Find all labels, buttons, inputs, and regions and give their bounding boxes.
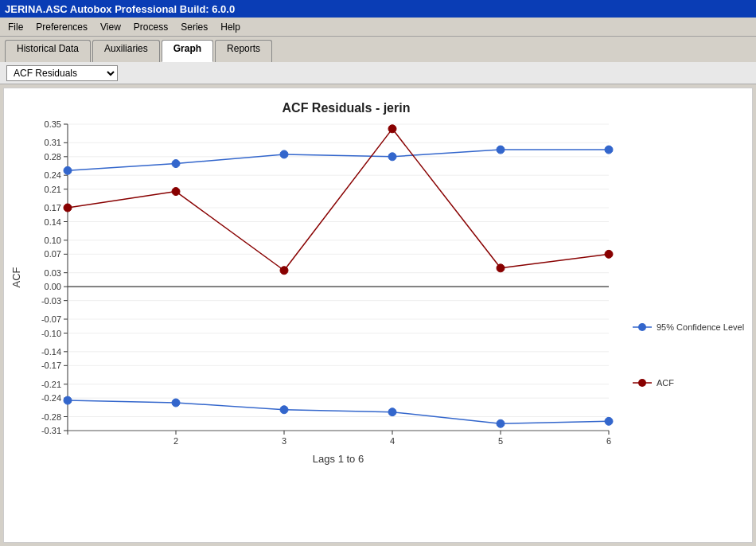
- svg-text:0.03: 0.03: [45, 268, 61, 278]
- tab-historical-data[interactable]: Historical Data: [5, 40, 91, 62]
- tab-graph[interactable]: Graph: [162, 40, 213, 62]
- svg-text:ACF: ACF: [657, 378, 674, 388]
- svg-point-105: [172, 188, 180, 196]
- svg-text:-0.03: -0.03: [41, 296, 61, 306]
- svg-text:Lags  1 to 6: Lags 1 to 6: [313, 453, 364, 465]
- svg-text:-0.28: -0.28: [41, 412, 61, 422]
- svg-line-91: [392, 412, 501, 424]
- svg-line-80: [392, 150, 501, 157]
- svg-text:-0.14: -0.14: [41, 347, 61, 357]
- svg-text:0.28: 0.28: [45, 152, 61, 162]
- chart-title: ACF Residuals - jerin: [283, 101, 411, 115]
- svg-text:-0.17: -0.17: [41, 361, 61, 370]
- svg-line-78: [176, 154, 284, 164]
- svg-text:0.00: 0.00: [45, 282, 61, 291]
- svg-text:0.31: 0.31: [45, 138, 61, 147]
- svg-text:-0.10: -0.10: [41, 329, 61, 338]
- menu-preferences[interactable]: Preferences: [31, 20, 92, 34]
- svg-text:0.07: 0.07: [45, 249, 61, 259]
- svg-text:-0.24: -0.24: [41, 393, 61, 403]
- svg-text:0.24: 0.24: [45, 170, 61, 180]
- svg-text:2: 2: [173, 436, 178, 446]
- svg-line-99: [68, 192, 176, 208]
- title-text: JERINA.ASC Autobox Professional Build: 6…: [5, 3, 235, 15]
- svg-point-97: [497, 419, 505, 427]
- svg-point-114: [638, 379, 646, 387]
- svg-point-96: [388, 408, 396, 416]
- svg-line-88: [68, 400, 176, 403]
- svg-point-83: [172, 160, 180, 168]
- svg-line-89: [176, 403, 284, 410]
- svg-text:ACF: ACF: [10, 267, 22, 287]
- svg-text:0.10: 0.10: [45, 236, 61, 245]
- svg-line-90: [284, 410, 392, 412]
- svg-line-102: [392, 129, 501, 268]
- svg-text:3: 3: [282, 436, 286, 446]
- svg-text:4: 4: [390, 436, 395, 446]
- svg-text:95% Confidence Level: 95% Confidence Level: [657, 322, 744, 332]
- menu-bar: File Preferences View Process Series Hel…: [0, 18, 756, 37]
- title-bar: JERINA.ASC Autobox Professional Build: 6…: [0, 0, 756, 18]
- svg-text:-0.31: -0.31: [41, 426, 61, 435]
- svg-point-111: [638, 323, 646, 331]
- tab-reports[interactable]: Reports: [215, 40, 272, 62]
- svg-point-86: [497, 146, 505, 154]
- svg-point-109: [605, 250, 613, 258]
- svg-point-87: [605, 146, 613, 154]
- svg-point-82: [64, 166, 72, 174]
- svg-point-107: [388, 125, 396, 133]
- svg-point-106: [280, 267, 288, 275]
- svg-text:0.14: 0.14: [45, 217, 61, 227]
- svg-text:5: 5: [498, 436, 503, 446]
- svg-text:0.21: 0.21: [45, 185, 61, 194]
- svg-line-103: [501, 254, 609, 268]
- svg-line-79: [284, 154, 392, 157]
- svg-line-100: [176, 192, 284, 271]
- dropdown-bar: ACF Residuals PACF Residuals ACF PACF: [0, 62, 756, 84]
- svg-point-98: [605, 417, 613, 425]
- svg-line-77: [68, 164, 176, 171]
- svg-text:6: 6: [606, 436, 611, 446]
- menu-view[interactable]: View: [95, 20, 126, 34]
- svg-text:0.35: 0.35: [45, 119, 61, 129]
- menu-file[interactable]: File: [3, 20, 28, 34]
- chart-area: ACF Residuals - jerin 0.350.310.280.240.…: [3, 88, 753, 543]
- svg-point-94: [172, 399, 180, 407]
- menu-help[interactable]: Help: [216, 20, 245, 34]
- svg-point-108: [497, 264, 505, 272]
- menu-process[interactable]: Process: [129, 20, 173, 34]
- svg-text:-0.07: -0.07: [41, 314, 61, 324]
- svg-point-95: [280, 406, 288, 414]
- acf-type-dropdown[interactable]: ACF Residuals PACF Residuals ACF PACF: [6, 65, 118, 81]
- svg-point-85: [388, 153, 396, 161]
- tab-bar: Historical Data Auxiliaries Graph Report…: [0, 37, 756, 62]
- svg-point-93: [64, 396, 72, 404]
- svg-point-104: [64, 204, 72, 212]
- svg-line-101: [284, 129, 392, 271]
- svg-text:0.17: 0.17: [45, 203, 61, 213]
- svg-text:-0.21: -0.21: [41, 380, 61, 389]
- svg-point-84: [280, 150, 288, 158]
- tab-auxiliaries[interactable]: Auxiliaries: [92, 40, 160, 62]
- menu-series[interactable]: Series: [176, 20, 212, 34]
- svg-line-92: [501, 421, 609, 423]
